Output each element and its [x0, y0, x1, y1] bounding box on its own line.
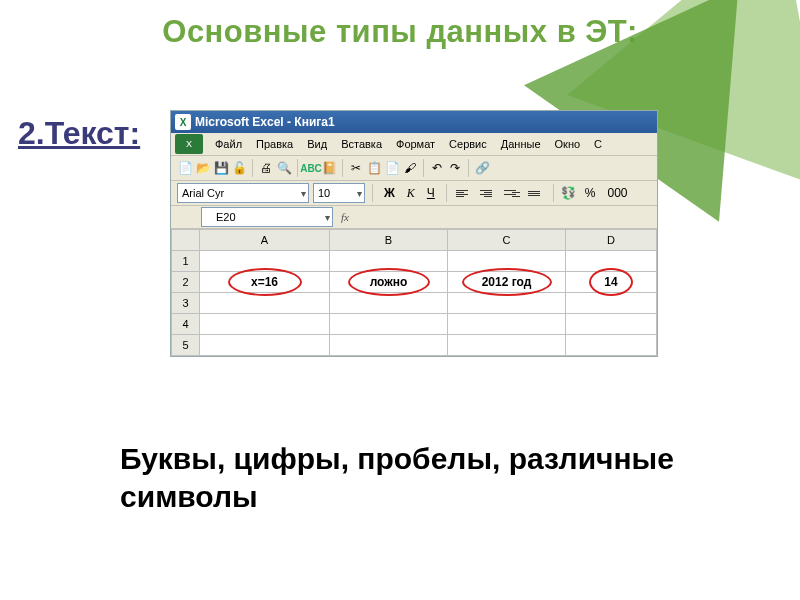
toolbar-separator	[297, 159, 298, 177]
cell-C4[interactable]	[448, 314, 566, 335]
cell-B4[interactable]	[330, 314, 448, 335]
row-header-5[interactable]: 5	[172, 335, 200, 356]
cell-A5[interactable]	[200, 335, 330, 356]
undo-icon[interactable]: ↶	[429, 160, 445, 176]
font-name-select[interactable]: Arial Cyr	[177, 183, 309, 203]
toolbar-separator	[372, 184, 373, 202]
cell-B3[interactable]	[330, 293, 448, 314]
cell-D5[interactable]	[566, 335, 657, 356]
cell-A3[interactable]	[200, 293, 330, 314]
cell-C2[interactable]: 2012 год	[448, 272, 566, 293]
menu-insert[interactable]: Вставка	[335, 136, 388, 152]
cell-B5[interactable]	[330, 335, 448, 356]
cell-C5[interactable]	[448, 335, 566, 356]
permission-icon[interactable]: 🔓	[231, 160, 247, 176]
col-header-C[interactable]: C	[448, 230, 566, 251]
comma-style-button[interactable]: 000	[604, 186, 632, 200]
col-header-D[interactable]: D	[566, 230, 657, 251]
bold-button[interactable]: Ж	[380, 186, 399, 200]
spellcheck-icon[interactable]: ABC	[303, 160, 319, 176]
align-right-icon[interactable]	[502, 190, 522, 197]
cell-C3[interactable]	[448, 293, 566, 314]
cell-B2[interactable]: ложно	[330, 272, 448, 293]
redo-icon[interactable]: ↷	[447, 160, 463, 176]
cell-D1[interactable]	[566, 251, 657, 272]
underline-button[interactable]: Ч	[423, 186, 439, 200]
window-titlebar: X Microsoft Excel - Книга1	[171, 111, 657, 133]
row-header-1[interactable]: 1	[172, 251, 200, 272]
research-icon[interactable]: 📔	[321, 160, 337, 176]
toolbar-separator	[446, 184, 447, 202]
menu-edit[interactable]: Правка	[250, 136, 299, 152]
toolbar-separator	[553, 184, 554, 202]
select-all-corner[interactable]	[172, 230, 200, 251]
menu-file[interactable]: Файл	[209, 136, 248, 152]
slide-caption: Буквы, цифры, пробелы, различные символы	[120, 440, 680, 515]
toolbar-separator	[252, 159, 253, 177]
menu-window[interactable]: Окно	[549, 136, 587, 152]
cell-D3[interactable]	[566, 293, 657, 314]
align-center-icon[interactable]	[478, 190, 498, 197]
excel-doc-icon: X	[175, 134, 203, 154]
cell-A2[interactable]: x=16	[200, 272, 330, 293]
open-icon[interactable]: 📂	[195, 160, 211, 176]
format-painter-icon[interactable]: 🖌	[402, 160, 418, 176]
toolbar-separator	[468, 159, 469, 177]
toolbar-separator	[342, 159, 343, 177]
spreadsheet-grid[interactable]: A B C D 1 2 x=16 ложно 2012 год 14 3	[171, 229, 657, 356]
excel-app-icon: X	[175, 114, 191, 130]
formula-bar-row: E20 fx	[171, 206, 657, 229]
copy-icon[interactable]: 📋	[366, 160, 382, 176]
hyperlink-icon[interactable]: 🔗	[474, 160, 490, 176]
preview-icon[interactable]: 🔍	[276, 160, 292, 176]
print-icon[interactable]: 🖨	[258, 160, 274, 176]
name-box[interactable]: E20	[201, 207, 333, 227]
fx-icon[interactable]: fx	[341, 211, 349, 223]
menu-view[interactable]: Вид	[301, 136, 333, 152]
standard-toolbar: 📄 📂 💾 🔓 🖨 🔍 ABC 📔 ✂ 📋 📄 🖌 ↶ ↷ 🔗	[171, 156, 657, 181]
new-icon[interactable]: 📄	[177, 160, 193, 176]
menu-data[interactable]: Данные	[495, 136, 547, 152]
menu-bar: X Файл Правка Вид Вставка Формат Сервис …	[171, 133, 657, 156]
font-size-select[interactable]: 10	[313, 183, 365, 203]
save-icon[interactable]: 💾	[213, 160, 229, 176]
row-header-4[interactable]: 4	[172, 314, 200, 335]
merge-center-icon[interactable]	[526, 191, 546, 196]
cell-B1[interactable]	[330, 251, 448, 272]
cell-A1[interactable]	[200, 251, 330, 272]
paste-icon[interactable]: 📄	[384, 160, 400, 176]
menu-help-partial[interactable]: С	[588, 136, 608, 152]
row-header-3[interactable]: 3	[172, 293, 200, 314]
cell-D2[interactable]: 14	[566, 272, 657, 293]
excel-screenshot: X Microsoft Excel - Книга1 X Файл Правка…	[170, 110, 658, 357]
menu-format[interactable]: Формат	[390, 136, 441, 152]
align-left-icon[interactable]	[454, 190, 474, 197]
cut-icon[interactable]: ✂	[348, 160, 364, 176]
cell-C1[interactable]	[448, 251, 566, 272]
menu-tools[interactable]: Сервис	[443, 136, 493, 152]
cell-D4[interactable]	[566, 314, 657, 335]
italic-button[interactable]: К	[403, 186, 419, 201]
percent-button[interactable]: %	[581, 186, 600, 200]
currency-icon[interactable]: 💱	[561, 185, 577, 201]
formatting-toolbar: Arial Cyr 10 Ж К Ч 💱 % 000	[171, 181, 657, 206]
window-title-text: Microsoft Excel - Книга1	[195, 115, 335, 129]
toolbar-separator	[423, 159, 424, 177]
cell-A4[interactable]	[200, 314, 330, 335]
subsection-label: 2.Текст:	[18, 115, 168, 152]
row-header-2[interactable]: 2	[172, 272, 200, 293]
col-header-A[interactable]: A	[200, 230, 330, 251]
col-header-B[interactable]: B	[330, 230, 448, 251]
